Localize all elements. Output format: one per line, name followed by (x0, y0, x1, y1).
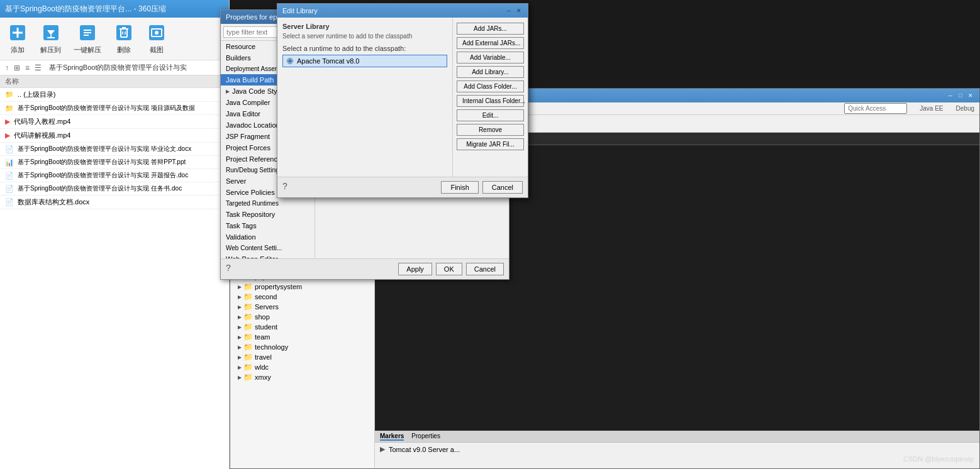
tomcat-radio[interactable] (287, 58, 293, 64)
zip-item-0[interactable]: 📁 .. (上级目录) (0, 88, 229, 102)
up-icon[interactable]: ↑ (5, 63, 9, 72)
pe-team-label: team (255, 333, 270, 341)
remove-button[interactable]: Remove (457, 124, 524, 136)
folder-ps-icon: 📁 (243, 282, 253, 291)
pe-wldc[interactable]: ▶ 📁 wldc (230, 362, 374, 372)
el-tomcat-item[interactable]: Apache Tomcat v8.0 (282, 55, 447, 67)
add-jars-button[interactable]: Add JARs... (457, 23, 524, 35)
prop-ttags-label: Task Tags (226, 222, 257, 229)
file-header-name: 名称 (5, 77, 19, 85)
expand-travel-icon: ▶ (238, 355, 242, 360)
internal-class-folder-button[interactable]: Internal Class Folder... (457, 95, 524, 107)
tomcat-server-item: Tomcat v9.0 Server a... (389, 446, 460, 453)
zip-oneclick-button[interactable]: 一键解压 (74, 23, 101, 55)
pe-shop[interactable]: ▶ 📁 shop (230, 312, 374, 322)
el-title-bar: Edit Library ─ ✕ (277, 4, 528, 18)
prop-da-label: Deployment Assen... (226, 65, 284, 72)
ppt-icon-5: 📊 (5, 158, 14, 167)
pe-technology[interactable]: ▶ 📁 technology (230, 342, 374, 352)
add-variable-button[interactable]: Add Variable... (457, 52, 524, 63)
edit-button[interactable]: Edit... (457, 109, 524, 121)
migrate-jar-button[interactable]: Migrate JAR Fil... (457, 138, 524, 150)
el-tomcat-label: Apache Tomcat v8.0 (297, 57, 359, 65)
pe-travel[interactable]: ▶ 📁 travel (230, 352, 374, 362)
zip-item-name-4: 基于SpringBoot的防疫物资管理平台设计与实现 毕业论文.docx (18, 145, 191, 153)
zip-item-8[interactable]: 📄 数据库表结构文档.docx (0, 196, 229, 209)
csdn-watermark: CSDN @biyezuopinvip (903, 455, 974, 463)
folder-tech-icon: 📁 (243, 343, 253, 351)
el-close-button[interactable]: ✕ (515, 7, 523, 14)
expand-tomcat-icon[interactable]: ▶ (380, 445, 385, 453)
zip-item-3[interactable]: ▶ 代码讲解视频.mp4 (0, 129, 229, 143)
finish-button[interactable]: Finish (441, 181, 478, 194)
folder-wldc-icon: 📁 (243, 363, 253, 372)
maximize-button[interactable]: □ (957, 92, 964, 99)
prop-task-repo[interactable]: Task Repository (221, 209, 315, 220)
prop-ok-button[interactable]: OK (436, 263, 462, 275)
folder-team-icon: 📁 (243, 333, 253, 341)
zip-file-header: 名称 (0, 75, 229, 88)
prop-help-icon[interactable]: ? (226, 263, 231, 275)
edit-library-dialog: Edit Library ─ ✕ Server Library Select a… (277, 3, 528, 198)
window-controls: ─ □ ✕ (947, 92, 974, 99)
up-dir-icon: 📁 (5, 91, 14, 99)
zip-item-4[interactable]: 📄 基于SpringBoot的防疫物资管理平台设计与实现 毕业论文.docx (0, 143, 229, 156)
zip-item-2[interactable]: ▶ 代码导入教程.mp4 (0, 115, 229, 129)
pe-xmxy[interactable]: ▶ 📁 xmxy (230, 372, 374, 382)
close-button[interactable]: ✕ (967, 92, 974, 99)
zip-screenshot-button[interactable]: 截图 (147, 23, 167, 55)
prop-web-content[interactable]: Web Content Setti... (221, 243, 315, 253)
add-class-folder-button[interactable]: Add Class Folder... (457, 80, 524, 92)
zip-delete-button[interactable]: 删除 (114, 23, 134, 55)
zip-extract-button[interactable]: 解压到 (40, 23, 61, 55)
pe-student-label: student (255, 323, 277, 331)
plus-icon (8, 23, 28, 43)
el-section-title: Server Library (282, 23, 447, 30)
zip-file-list: 📁 .. (上级目录) 📁 基于SpringBoot的防疫物资管理平台设计与实现… (0, 88, 229, 469)
pe-wldc-label: wldc (255, 363, 269, 371)
list-view-icon[interactable]: ≡ (25, 63, 30, 72)
expand-ps-icon: ▶ (238, 284, 242, 290)
pe-team[interactable]: ▶ 📁 team (230, 332, 374, 342)
pe-servers[interactable]: ▶ 📁 Servers (230, 302, 374, 312)
pe-second[interactable]: ▶ 📁 second (230, 292, 374, 302)
prop-jcs-label: Java Code Style (232, 87, 282, 95)
add-library-button[interactable]: Add Library... (457, 66, 524, 78)
quick-access-input[interactable] (844, 103, 907, 114)
zip-item-name-5: 基于SpringBoot的防疫物资管理平台设计与实现 答辩PPT.ppt (18, 158, 186, 167)
el-min-button[interactable]: ─ (505, 7, 513, 14)
prop-targeted-runtimes[interactable]: Targeted Runtimes (221, 198, 315, 209)
prop-task-tags[interactable]: Task Tags (221, 220, 315, 231)
zip-item-5[interactable]: 📊 基于SpringBoot的防疫物资管理平台设计与实现 答辩PPT.ppt (0, 156, 229, 169)
folder-shop-icon: 📁 (243, 312, 253, 321)
delete-icon (114, 23, 134, 43)
zip-item-1[interactable]: 📁 基于SpringBoot的防疫物资管理平台设计与实现 项目源码及数据 (0, 102, 229, 115)
prop-resource-label: Resource (226, 43, 255, 50)
pe-propertysystem[interactable]: ▶ 📁 propertysystem (230, 282, 374, 292)
grid-view-icon[interactable]: ⊞ (14, 63, 20, 72)
el-description: Select a server runtime to add to the cl… (282, 33, 447, 40)
video-icon-3: ▶ (5, 131, 10, 140)
el-cancel-button[interactable]: Cancel (482, 181, 523, 194)
pe-shop-label: shop (255, 313, 270, 321)
pe-student[interactable]: ▶ 📁 student (230, 322, 374, 332)
zip-item-6[interactable]: 📄 基于SpringBoot的防疫物资管理平台设计与实现 开题报告.doc (0, 169, 229, 182)
detail-view-icon[interactable]: ☰ (35, 63, 42, 72)
zip-add-button[interactable]: 添加 (8, 23, 28, 55)
add-external-jars-button[interactable]: Add External JARs... (457, 37, 524, 49)
prop-cancel-button[interactable]: Cancel (466, 263, 504, 275)
prop-trepo-label: Task Repository (226, 211, 275, 218)
prop-bottom-buttons: ? Apply OK Cancel (221, 258, 509, 279)
prop-validation[interactable]: Validation (221, 231, 315, 243)
zip-item-name-3: 代码讲解视频.mp4 (14, 131, 70, 140)
properties-tab[interactable]: Properties (411, 433, 440, 441)
prop-web-page[interactable]: Web Page Editor (221, 253, 315, 258)
minimize-button[interactable]: ─ (947, 92, 954, 99)
el-help-icon[interactable]: ? (282, 181, 287, 194)
prop-apply-button[interactable]: Apply (398, 263, 432, 275)
markers-tab[interactable]: Markers (380, 433, 404, 441)
zip-item-7[interactable]: 📄 基于SpringBoot的防疫物资管理平台设计与实现 任务书.doc (0, 182, 229, 196)
csdn-text: CSDN @biyezuopinvip (903, 455, 974, 463)
zip-title-text: 基于SpringBoot的防疫物资管理平台... - 360压缩 (5, 4, 166, 14)
zip-title-bar: 基于SpringBoot的防疫物资管理平台... - 360压缩 (0, 0, 229, 18)
